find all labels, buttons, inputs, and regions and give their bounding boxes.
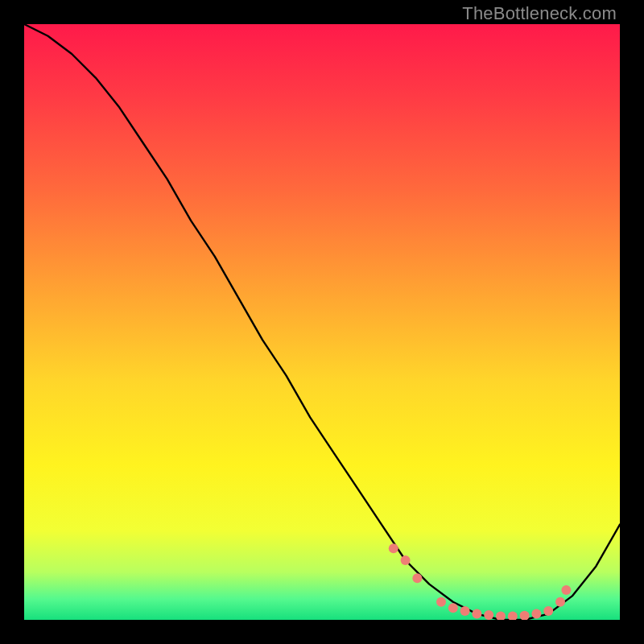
data-marker — [496, 612, 506, 620]
bottleneck-curve — [24, 24, 620, 620]
chart-overlay — [24, 24, 620, 620]
marker-group — [389, 543, 572, 620]
data-marker — [389, 543, 398, 553]
data-marker — [561, 585, 571, 595]
watermark-text: TheBottleneck.com — [462, 3, 617, 24]
data-marker — [520, 611, 530, 620]
data-marker — [460, 606, 470, 616]
chart-frame: TheBottleneck.com — [0, 0, 644, 644]
data-marker — [555, 597, 565, 607]
plot-area — [24, 24, 620, 620]
data-marker — [401, 555, 411, 565]
data-marker — [508, 612, 518, 620]
data-marker — [412, 573, 422, 583]
data-marker — [448, 603, 458, 613]
data-marker — [484, 610, 493, 620]
data-marker — [472, 609, 481, 619]
data-marker — [436, 597, 446, 607]
data-marker — [543, 606, 553, 616]
data-marker — [531, 609, 541, 619]
